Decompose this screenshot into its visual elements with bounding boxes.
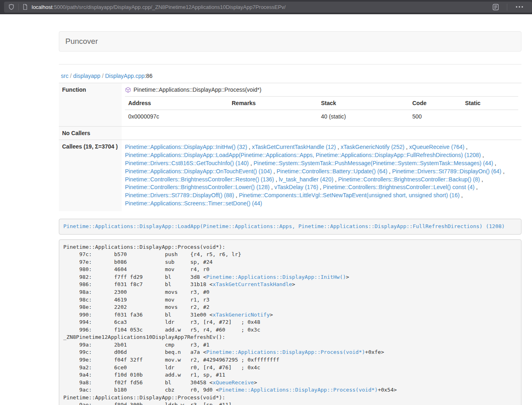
load-app-signature-box: Pinetime::Applications::DisplayApp::Load… [59,219,521,235]
assembly-line: Pinetime::Applications::DisplayApp::Proc… [63,243,517,251]
column-header-address: Address [125,97,228,110]
callee-link[interactable]: Pinetime::Drivers::St7789::DisplayOn() (… [392,168,501,174]
breadcrumb-link-displayapp[interactable]: displayapp [73,73,100,79]
no-callers-label: No Callers [59,127,122,140]
assembly-line: 9a8: f02f fd56 bl 30458 <xQueueReceive> [63,379,517,387]
no-callers-cell [122,127,521,140]
code-cell: 500 [409,110,462,123]
assembly-symbol-link[interactable]: xTaskGenericNotify [213,312,270,318]
callee-link[interactable]: Pinetime::Components::LittleVgl::SetNewT… [239,192,460,198]
no-callers-row: No Callers [59,127,521,140]
callee-link[interactable]: Pinetime::System::SystemTask::PushMessag… [254,160,493,166]
assembly-line: Pinetime::Applications::DisplayApp::Proc… [63,394,517,402]
puncover-header: Puncover [59,31,521,52]
url-path: :5000/path/src/displayapp/DisplayApp.cpp… [52,4,286,10]
assembly-symbol-link[interactable]: Pinetime::Applications::DisplayApp::Proc… [206,349,365,355]
static-cell [462,110,518,123]
assembly-line: 9a2: 6ce0 ldr r0, [r4, #76] ; 0x4c [63,364,517,372]
assembly-line: 99a: 2b01 cmp r3, #1 [63,341,517,349]
breadcrumb-separator: / [100,73,105,79]
assembly-line: 9a4: f10d 010b add.w r1, sp, #11 [63,371,517,379]
menu-dots-icon[interactable] [516,6,523,8]
callee-link[interactable]: Pinetime::Controllers::BrightnessControl… [338,176,480,183]
url-bar-divider [18,4,19,11]
assembly-line: 986: f031 f8c7 bl 31b18 <xTaskGetCurrent… [63,281,517,289]
page-info-icon[interactable] [22,4,28,10]
breadcrumb-separator: / [69,73,73,79]
assembly-line: 9ac: b180 cbz r0, 9d0 <Pinetime::Applica… [63,386,517,394]
url-text[interactable]: localhost:5000/path/src/displayapp/Displ… [32,4,489,10]
callees-label: Callees (19, Σ=3704 ) [59,140,122,211]
callee-link[interactable]: Pinetime::Controllers::BrightnessControl… [323,184,474,190]
callee-link[interactable]: lv_task_handler (420) [279,176,334,183]
assembly-line: 98c: 4619 mov r1, r3 [63,296,517,304]
callee-link[interactable]: xQueueReceive (764) [409,144,464,150]
browser-toolbar: localhost:5000/path/src/displayapp/Displ… [0,0,532,14]
breadcrumb-link-src[interactable]: src [61,73,69,79]
assembly-line: 980: 4604 mov r4, r0 [63,266,517,274]
assembly-line: _ZN8Pinetime12Applications10DisplayApp7R… [63,334,517,341]
breadcrumb-link-displayapp-cpp[interactable]: DisplayApp.cpp [105,73,144,79]
function-metrics-table: Address Remarks Stack Code Static 0x0000… [125,96,518,123]
url-bar[interactable]: localhost:5000/path/src/displayapp/Displ… [4,2,532,13]
assembly-line: 982: f7ff fd29 bl 3d8 <Pinetime::Applica… [63,274,517,281]
callee-link[interactable]: xTaskGenericNotify (252) [340,144,404,150]
callee-link[interactable]: xTaskGetCurrentTaskHandle (12) [252,144,336,150]
signature-link[interactable]: Pinetime::Applications::DisplayApp::Load… [63,223,505,229]
assembly-line: 9ae: f89d 300b ldrb.w r3, [sp, #11] [63,401,517,405]
assembly-symbol-link[interactable]: Pinetime::Applications::DisplayApp::Proc… [219,387,378,393]
breadcrumb-line-number: :86 [144,73,152,79]
function-name-line: Pinetime::Applications::DisplayApp::Proc… [125,86,518,93]
assembly-symbol-link[interactable]: Pinetime::Applications::DisplayApp::Init… [206,274,346,280]
assembly-line: 994: 6ca3 ldr r3, [r4, #72] ; 0x48 [63,319,517,326]
assembly-line: 990: f031 fa36 bl 31e00 <xTaskGenericNot… [63,311,517,319]
function-table: Function Pinetime::Applications::Display… [59,83,521,211]
column-header-code: Code [409,97,462,110]
reader-mode-icon[interactable] [492,4,499,11]
assembly-line: 97e: b086 sub sp, #24 [63,259,517,266]
url-host: localhost [32,4,52,10]
assembly-line: 97c: b570 push {r4, r5, r6, lr} [63,251,517,259]
callees-list: Pinetime::Applications::DisplayApp::Init… [122,140,521,211]
stack-cell: 40 (static) [318,110,409,123]
callee-link[interactable]: Pinetime::Controllers::BrightnessControl… [125,184,269,190]
assembly-symbol-link[interactable]: xQueueReceive [213,379,254,386]
assembly-line: 98a: 2300 movs r3, #0 [63,289,517,296]
header-divider [59,64,521,65]
callee-link[interactable]: Pinetime::Applications::DisplayApp::Init… [125,144,247,150]
callee-link[interactable]: Pinetime::Applications::DisplayApp::Load… [125,152,481,158]
callee-link[interactable]: vTaskDelay (176) [274,184,318,190]
page-container: Puncover src / displayapp / DisplayApp.c… [59,31,521,405]
assembly-line: 99c: d06d beq.n a7a <Pinetime::Applicati… [63,349,517,356]
metrics-header-row: Address Remarks Stack Code Static [125,97,518,110]
assembly-line: 98e: 2202 movs r2, #2 [63,304,517,311]
toolbar-divider [507,4,507,11]
column-header-static: Static [462,97,518,110]
brand-link[interactable]: Puncover [59,37,104,46]
address-cell: 0x0000097c [125,110,228,123]
function-name: Pinetime::Applications::DisplayApp::Proc… [134,86,261,93]
callee-link[interactable]: Pinetime::Applications::Screens::Timer::… [125,200,262,207]
callee-link[interactable]: Pinetime::Drivers::Cst816S::GetTouchInfo… [125,160,249,166]
callee-link[interactable]: Pinetime::Drivers::St7789::DisplayOff() … [125,192,234,198]
callee-link[interactable]: Pinetime::Applications::DisplayApp::OnTo… [125,168,272,174]
column-header-stack: Stack [318,97,409,110]
assembly-symbol-link[interactable]: xTaskGetCurrentTaskHandle [213,281,292,287]
metrics-value-row: 0x0000097c 40 (static) 500 [125,110,518,123]
symbol-cube-icon [125,87,131,93]
column-header-remarks: Remarks [228,97,318,110]
callee-link[interactable]: Pinetime::Controllers::BrightnessControl… [125,176,274,183]
callee-link[interactable]: Pinetime::Controllers::Battery::Update()… [277,168,388,174]
assembly-line: 996: f104 053c add.w r5, r4, #60 ; 0x3c [63,326,517,334]
callees-row: Callees (19, Σ=3704 ) Pinetime::Applicat… [59,140,521,211]
breadcrumb: src / displayapp / DisplayApp.cpp:86 [61,73,521,79]
function-row: Function Pinetime::Applications::Display… [59,83,521,127]
remarks-cell [228,110,318,123]
disassembly-listing: Pinetime::Applications::DisplayApp::Proc… [59,239,521,405]
function-label: Function [59,83,122,127]
shield-icon[interactable] [8,4,15,10]
assembly-line: 99e: f04f 32ff mov.w r2, #4294967295 ; 0… [63,356,517,364]
